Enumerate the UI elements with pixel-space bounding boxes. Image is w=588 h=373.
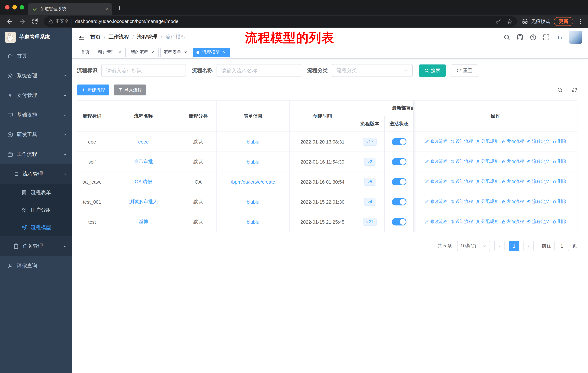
user-avatar[interactable] xyxy=(569,30,582,44)
process-category-select[interactable]: 流程分类 xyxy=(332,64,413,77)
fullscreen-icon[interactable] xyxy=(543,34,550,40)
active-toggle[interactable] xyxy=(392,218,406,225)
tag-process-form[interactable]: 流程表单× xyxy=(160,48,191,57)
app-logo[interactable]: 芋道管理系统 xyxy=(0,28,72,46)
process-name-link[interactable]: 滔博 xyxy=(139,219,148,224)
close-window-button[interactable] xyxy=(5,5,10,10)
breadcrumb-workflow[interactable]: 工作流程 xyxy=(109,34,129,40)
form-link[interactable]: /bpm/oa/leave/create xyxy=(231,179,275,184)
version-badge[interactable]: v21 xyxy=(363,218,377,226)
process-name-link[interactable]: 自己审批 xyxy=(134,159,153,164)
maximize-window-button[interactable] xyxy=(20,5,24,10)
op-delete-link[interactable]: 删除 xyxy=(552,139,566,145)
op-delete-link[interactable]: 删除 xyxy=(552,199,566,205)
sidebar-item-devtools[interactable]: 研发工具 xyxy=(0,125,72,145)
sidebar-item-home[interactable]: 首页 xyxy=(0,46,72,66)
forward-button[interactable] xyxy=(19,18,26,25)
version-badge[interactable]: v2 xyxy=(364,158,375,166)
sidebar-item-process-form[interactable]: 流程表单 xyxy=(0,184,72,202)
process-name-link[interactable]: eeee xyxy=(138,139,149,144)
password-key-icon[interactable] xyxy=(495,18,501,24)
new-tab-button[interactable]: + xyxy=(117,4,122,12)
op-assign-link[interactable]: 分配规则 xyxy=(475,219,499,225)
font-size-icon[interactable]: TT xyxy=(556,34,563,40)
close-icon[interactable]: × xyxy=(183,50,188,55)
sidebar-item-infrastructure[interactable]: 基础设施 xyxy=(0,105,72,125)
op-edit-link[interactable]: 修改流程 xyxy=(424,219,447,225)
toggle-search-icon[interactable] xyxy=(557,87,563,93)
sidebar-item-payment[interactable]: ¥ 支付管理 xyxy=(0,86,72,105)
form-link[interactable]: biubiu xyxy=(247,219,259,225)
op-assign-link[interactable]: 分配规则 xyxy=(475,199,499,205)
op-publish-link[interactable]: 发布流程 xyxy=(501,139,524,145)
op-publish-link[interactable]: 发布流程 xyxy=(501,219,524,225)
bookmark-star-icon[interactable] xyxy=(507,18,513,24)
page-number-1[interactable]: 1 xyxy=(509,241,519,251)
sidebar-item-workflow[interactable]: 工作流程 xyxy=(0,145,72,164)
reset-button[interactable]: 重置 xyxy=(451,64,478,77)
github-icon[interactable] xyxy=(516,34,524,40)
process-id-input[interactable] xyxy=(101,64,186,77)
close-icon[interactable]: × xyxy=(150,50,155,55)
op-delete-link[interactable]: 删除 xyxy=(552,179,566,185)
op-edit-link[interactable]: 修改流程 xyxy=(424,199,447,205)
create-process-button[interactable]: 新建流程 xyxy=(77,84,109,95)
search-button[interactable]: 搜索 xyxy=(419,64,446,77)
sidebar-item-user-group[interactable]: 用户分组 xyxy=(0,202,72,219)
op-assign-link[interactable]: 分配规则 xyxy=(475,159,499,165)
page-size-select[interactable]: 10条/页 xyxy=(457,241,490,251)
op-delete-link[interactable]: 删除 xyxy=(552,159,566,165)
breadcrumb-process-mgmt[interactable]: 流程管理 xyxy=(137,34,158,40)
process-name-link[interactable]: OA 请假 xyxy=(135,179,152,184)
goto-page-input[interactable] xyxy=(555,241,569,251)
op-design-link[interactable]: 设计流程 xyxy=(450,159,473,165)
op-design-link[interactable]: 设计流程 xyxy=(450,219,473,225)
help-icon[interactable] xyxy=(530,34,537,40)
op-delete-link[interactable]: 删除 xyxy=(552,219,566,225)
browser-tab[interactable]: 芋道管理系统 × xyxy=(28,3,112,15)
process-name-input[interactable] xyxy=(217,64,301,77)
op-definition-link[interactable]: 流程定义 xyxy=(526,139,550,145)
op-publish-link[interactable]: 发布流程 xyxy=(501,179,524,185)
op-assign-link[interactable]: 分配规则 xyxy=(475,179,499,185)
version-badge[interactable]: v4 xyxy=(364,198,375,206)
form-link[interactable]: biubiu xyxy=(247,139,259,144)
sidebar-item-process-mgmt[interactable]: 流程管理 xyxy=(0,164,72,184)
sidebar-item-process-model[interactable]: 流程模型 xyxy=(0,219,72,236)
reload-button[interactable] xyxy=(31,18,38,25)
import-process-button[interactable]: 导入流程 xyxy=(114,84,146,95)
minimize-window-button[interactable] xyxy=(12,5,17,10)
form-link[interactable]: biubiu xyxy=(247,159,259,164)
op-definition-link[interactable]: 流程定义 xyxy=(526,159,550,165)
op-assign-link[interactable]: 分配规则 xyxy=(475,139,499,145)
version-badge[interactable]: v17 xyxy=(363,138,377,146)
op-edit-link[interactable]: 修改流程 xyxy=(424,139,447,145)
tag-process-model[interactable]: 流程模型× xyxy=(193,48,230,57)
close-icon[interactable]: × xyxy=(117,50,123,55)
active-toggle[interactable] xyxy=(392,138,406,145)
tag-home[interactable]: 首页 xyxy=(78,48,93,57)
op-design-link[interactable]: 设计流程 xyxy=(450,179,473,185)
process-name-link[interactable]: 测试多审批人 xyxy=(129,199,158,204)
op-edit-link[interactable]: 修改流程 xyxy=(424,179,447,185)
sidebar-item-system[interactable]: 系统管理 xyxy=(0,66,72,86)
op-design-link[interactable]: 设计流程 xyxy=(450,139,473,145)
version-badge[interactable]: v5 xyxy=(364,178,375,186)
refresh-table-icon[interactable] xyxy=(572,87,578,93)
sidebar-item-leave-query[interactable]: 请假查询 xyxy=(0,256,72,276)
op-definition-link[interactable]: 流程定义 xyxy=(526,219,550,225)
op-publish-link[interactable]: 发布流程 xyxy=(501,199,524,205)
op-publish-link[interactable]: 发布流程 xyxy=(501,159,524,165)
back-button[interactable] xyxy=(6,18,13,25)
next-page-button[interactable] xyxy=(524,241,534,251)
sidebar-fold-button[interactable] xyxy=(78,33,85,41)
sidebar-item-task-mgmt[interactable]: 任务管理 xyxy=(0,236,72,256)
active-toggle[interactable] xyxy=(392,198,406,205)
search-icon[interactable] xyxy=(504,34,510,40)
form-link[interactable]: biubiu xyxy=(247,199,259,204)
breadcrumb-home[interactable]: 首页 xyxy=(90,34,101,40)
tab-close-icon[interactable]: × xyxy=(104,6,109,11)
op-definition-link[interactable]: 流程定义 xyxy=(526,199,550,205)
op-edit-link[interactable]: 修改流程 xyxy=(424,159,447,165)
op-design-link[interactable]: 设计流程 xyxy=(450,199,473,205)
